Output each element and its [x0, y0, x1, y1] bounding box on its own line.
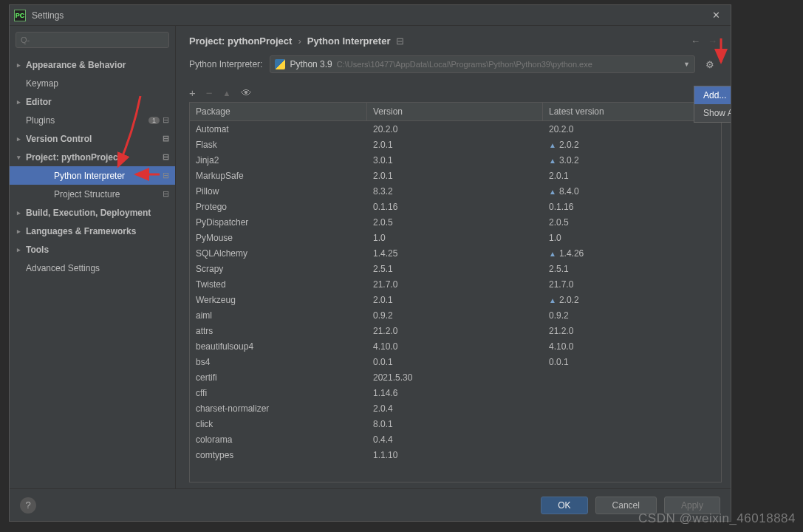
- table-row[interactable]: MarkupSafe2.0.12.0.1: [190, 168, 721, 183]
- settings-window: PC Settings ✕ ▸Appearance & BehaviorKeym…: [9, 4, 731, 522]
- project-scope-icon: ⊟: [396, 35, 404, 47]
- interpreter-row: Python Interpreter: Python 3.9 C:\Users\…: [176, 55, 731, 82]
- table-row[interactable]: Jinja23.0.1▲3.0.2: [190, 152, 721, 168]
- table-row[interactable]: Protego0.1.160.1.16: [190, 199, 721, 214]
- table-row[interactable]: click8.0.1: [190, 416, 721, 432]
- sidebar-item[interactable]: Python Interpreter⊟: [10, 166, 175, 185]
- table-row[interactable]: SQLAlchemy1.4.25▲1.4.26: [190, 245, 721, 261]
- table-row[interactable]: Werkzeug2.0.1▲2.0.2: [190, 292, 721, 307]
- app-logo-icon: PC: [14, 10, 26, 21]
- table-row[interactable]: aiml0.9.20.9.2: [190, 307, 721, 323]
- sidebar-item[interactable]: ▸Tools: [10, 240, 175, 259]
- interpreter-path: C:\Users\10477\AppData\Local\Programs\Py…: [337, 60, 679, 69]
- nav-forward-icon[interactable]: →: [708, 35, 717, 47]
- interpreter-name: Python 3.9: [290, 59, 332, 69]
- sidebar-item[interactable]: Keymap: [10, 74, 175, 92]
- watermark: CSDN @weixin_46018884: [638, 511, 796, 526]
- menu-add[interactable]: Add...: [694, 86, 731, 104]
- interpreter-gear-menu: Add... Show All...: [694, 86, 731, 123]
- add-package-button[interactable]: +: [189, 86, 196, 99]
- sidebar-item[interactable]: ▸Build, Execution, Deployment: [10, 203, 175, 222]
- chevron-down-icon: ▼: [683, 61, 690, 68]
- sidebar-item[interactable]: ▸Languages & Frameworks: [10, 222, 175, 240]
- table-row[interactable]: Pillow8.3.2▲8.4.0: [190, 183, 721, 199]
- table-row[interactable]: Automat20.2.020.2.0: [190, 121, 721, 137]
- table-row[interactable]: Twisted21.7.021.7.0: [190, 276, 721, 292]
- interpreter-label: Python Interpreter:: [189, 59, 262, 69]
- table-row[interactable]: certifi2021.5.30: [190, 369, 721, 385]
- table-row[interactable]: PyDispatcher2.0.52.0.5: [190, 214, 721, 230]
- close-icon[interactable]: ✕: [706, 7, 726, 24]
- package-toolbar: + − ▲ 👁: [176, 82, 731, 102]
- breadcrumb: Project: pythonProject › Python Interpre…: [176, 26, 731, 55]
- nav-back-icon[interactable]: ←: [691, 35, 700, 47]
- dialog-footer: ? OK Cancel Apply: [10, 488, 731, 521]
- ok-button[interactable]: OK: [541, 497, 587, 514]
- col-package[interactable]: Package: [190, 103, 367, 120]
- sidebar-item[interactable]: Plugins1⊟: [10, 111, 175, 129]
- remove-package-button[interactable]: −: [206, 86, 213, 99]
- breadcrumb-project: Project: pythonProject: [189, 35, 292, 47]
- sidebar-item[interactable]: ▸Version Control⊟: [10, 129, 175, 148]
- sidebar-item[interactable]: ▸Appearance & Behavior: [10, 55, 175, 74]
- package-rows[interactable]: Automat20.2.020.2.0Flask2.0.1▲2.0.2Jinja…: [190, 121, 721, 482]
- main-panel: Project: pythonProject › Python Interpre…: [176, 26, 731, 488]
- package-table: Package Version Latest version Automat20…: [189, 102, 722, 482]
- sidebar: ▸Appearance & BehaviorKeymap▸EditorPlugi…: [10, 26, 176, 488]
- table-row[interactable]: cffi1.14.6: [190, 385, 721, 400]
- sidebar-item[interactable]: ▸Editor: [10, 92, 175, 111]
- package-table-header: Package Version Latest version: [190, 103, 721, 121]
- table-row[interactable]: colorama0.4.4: [190, 432, 721, 447]
- table-row[interactable]: beautifulsoup44.10.04.10.0: [190, 338, 721, 354]
- sidebar-item[interactable]: ▾Project: pythonProject⊟: [10, 148, 175, 166]
- table-row[interactable]: bs40.0.10.0.1: [190, 354, 721, 369]
- upgrade-package-button[interactable]: ▲: [223, 89, 231, 98]
- col-version[interactable]: Version: [367, 103, 543, 120]
- titlebar: PC Settings ✕: [10, 5, 731, 26]
- interpreter-dropdown[interactable]: Python 3.9 C:\Users\10477\AppData\Local\…: [270, 55, 695, 73]
- search-input[interactable]: [16, 32, 169, 48]
- breadcrumb-interpreter: Python Interpreter: [307, 35, 391, 47]
- table-row[interactable]: attrs21.2.021.2.0: [190, 323, 721, 338]
- table-row[interactable]: comtypes1.1.10: [190, 447, 721, 463]
- table-row[interactable]: charset-normalizer2.0.4: [190, 400, 721, 416]
- settings-tree: ▸Appearance & BehaviorKeymap▸EditorPlugi…: [10, 54, 175, 488]
- gear-icon[interactable]: ⚙: [703, 56, 717, 73]
- window-body: ▸Appearance & BehaviorKeymap▸EditorPlugi…: [10, 26, 731, 488]
- sidebar-item[interactable]: Advanced Settings: [10, 259, 175, 277]
- table-row[interactable]: Scrapy2.5.12.5.1: [190, 261, 721, 276]
- help-icon[interactable]: ?: [20, 497, 36, 514]
- menu-show-all[interactable]: Show All...: [694, 104, 731, 122]
- table-row[interactable]: PyMouse1.01.0: [190, 230, 721, 245]
- sidebar-item[interactable]: Project Structure⊟: [10, 185, 175, 203]
- show-early-releases-icon[interactable]: 👁: [241, 86, 252, 99]
- window-title: Settings: [32, 10, 706, 21]
- breadcrumb-sep: ›: [298, 35, 301, 47]
- table-row[interactable]: Flask2.0.1▲2.0.2: [190, 137, 721, 152]
- python-logo-icon: [275, 59, 285, 69]
